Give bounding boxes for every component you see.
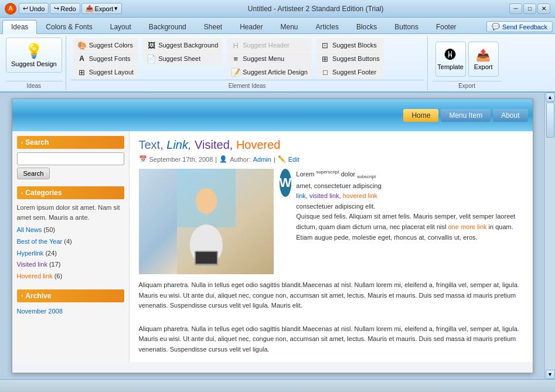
undo-button[interactable]: ↩ Undo xyxy=(19,3,49,14)
post-paragraph-3: Aliquam pharetra. Nulla in tellus eget o… xyxy=(139,324,523,355)
dropdown-icon: ▾ xyxy=(114,5,118,12)
app-icon: A xyxy=(5,3,16,15)
edit-icon: ✏️ xyxy=(278,155,286,163)
preview-wrapper: Home Menu Item About Search Search xyxy=(0,93,544,379)
link-hyperlink[interactable]: Hyperlink (24) xyxy=(17,248,124,260)
suggest-menu-button[interactable]: ≡ Suggest Menu xyxy=(227,52,312,65)
export-buttons: 🅦 Template 📤 Export xyxy=(435,38,499,81)
maximize-button[interactable]: □ xyxy=(523,4,536,14)
suggest-layout-button[interactable]: ⊞ Suggest Layout xyxy=(73,66,138,79)
feedback-icon: 💬 xyxy=(492,23,500,30)
suggest-article-button[interactable]: 📝 Suggest Article Design xyxy=(227,66,312,79)
blog-body: Search Search Categories Lorem ipsum dol… xyxy=(12,131,533,362)
suggest-fonts-icon: A xyxy=(77,54,87,63)
title-visited: Visited, xyxy=(195,138,236,151)
suggest-sheet-button[interactable]: 📄 Suggest Sheet xyxy=(142,52,222,65)
template-button[interactable]: 🅦 Template xyxy=(435,42,466,77)
search-input[interactable] xyxy=(17,152,124,165)
suggest-design-label: Suggest Design xyxy=(11,60,57,67)
link-visited[interactable]: Visited link (17) xyxy=(17,259,124,271)
ribbon-group-element-ideas: 🎨 Suggest Colors A Suggest Fonts ⊞ Sugge… xyxy=(67,36,428,90)
edit-link[interactable]: Edit xyxy=(288,156,299,163)
archive-widget-title: Archive xyxy=(17,289,124,302)
calendar-icon: 📅 xyxy=(139,155,147,163)
export-big-label: Export xyxy=(474,63,493,70)
search-button[interactable]: Search xyxy=(17,168,50,179)
suggest-header-button[interactable]: H Suggest Header xyxy=(227,39,312,52)
suggest-footer-button[interactable]: □ Suggest Footer xyxy=(316,66,384,79)
tab-blocks[interactable]: Blocks xyxy=(348,19,386,33)
tab-articles[interactable]: Articles xyxy=(307,19,348,33)
template-label: Template xyxy=(437,63,464,70)
export-button[interactable]: 📤 Export ▾ xyxy=(81,3,122,14)
body-visited-link[interactable]: visited link, xyxy=(309,192,341,199)
suggest-blocks-label: Suggest Blocks xyxy=(332,42,377,49)
suggest-blocks-icon: ⊡ xyxy=(321,40,330,50)
blog-sidebar: Search Search Categories Lorem ipsum dol… xyxy=(12,131,130,362)
suggest-fonts-button[interactable]: A Suggest Fonts xyxy=(73,52,138,65)
ribbon-group-ideas: 💡 Suggest Design Ideas xyxy=(2,36,66,90)
post-date: September 17th, 2008 xyxy=(149,156,213,163)
window-title: Untitled - Artisteer 2 Standard Edition … xyxy=(248,5,384,13)
titlebar-buttons: ↩ Undo ↪ Redo 📤 Export ▾ xyxy=(19,3,122,14)
nav-about-button[interactable]: About xyxy=(493,109,527,122)
export-big-icon: 📤 xyxy=(476,48,491,62)
body-link[interactable]: link, xyxy=(296,192,308,199)
tab-background[interactable]: Background xyxy=(140,19,195,33)
window-buttons: ─ □ ✕ xyxy=(509,4,550,14)
blog-main: Text, Link, Visited, Hovered 📅 September… xyxy=(130,131,533,362)
redo-button[interactable]: ↪ Redo xyxy=(50,3,80,14)
author-label: Author: xyxy=(230,156,250,163)
scrollbar-thumb[interactable] xyxy=(546,103,554,138)
ribbon-tabs: Ideas Colors & Fonts Layout Background S… xyxy=(0,18,555,34)
export-big-button[interactable]: 📤 Export xyxy=(468,42,499,77)
tab-ideas[interactable]: Ideas xyxy=(2,20,37,34)
suggest-footer-label: Suggest Footer xyxy=(332,69,376,76)
suggest-menu-icon: ≡ xyxy=(231,54,240,63)
tab-colors-fonts[interactable]: Colors & Fonts xyxy=(37,19,101,33)
one-more-link[interactable]: one more link xyxy=(448,223,487,230)
suggest-background-button[interactable]: 🖼 Suggest Background xyxy=(142,39,222,52)
ideas-group-label: Ideas xyxy=(6,81,62,89)
link-all-news[interactable]: All News (50) xyxy=(17,224,124,236)
superscript-text: superscript xyxy=(316,169,339,175)
archive-november[interactable]: November 2008 xyxy=(17,306,124,318)
blog-header: Home Menu Item About xyxy=(12,99,533,131)
tab-footer[interactable]: Footer xyxy=(427,19,465,33)
nav-menuitem-button[interactable]: Menu Item xyxy=(441,109,491,122)
link-hovered[interactable]: Hovered link (6) xyxy=(17,271,124,282)
tab-layout[interactable]: Layout xyxy=(101,19,140,33)
link-best-of-year[interactable]: Best of the Year (4) xyxy=(17,236,124,248)
suggest-buttons-button[interactable]: ⊞ Suggest Buttons xyxy=(316,52,384,65)
undo-icon: ↩ xyxy=(23,5,28,12)
tab-menu[interactable]: Menu xyxy=(272,19,307,33)
tab-sheet[interactable]: Sheet xyxy=(195,19,231,33)
person-silhouette xyxy=(139,169,274,274)
minimize-button[interactable]: ─ xyxy=(509,4,522,14)
suggest-design-button[interactable]: 💡 Suggest Design xyxy=(6,38,62,73)
scroll-down-button[interactable]: ▼ xyxy=(546,370,555,379)
tab-header[interactable]: Header xyxy=(231,19,271,33)
send-feedback-button[interactable]: 💬 Send Feedback xyxy=(486,21,553,32)
body-hovered-link[interactable]: hovered link xyxy=(343,192,377,199)
search-widget: Search Search xyxy=(17,136,124,179)
categories-text: Lorem ipsum dolor sit amet. Nam sit amet… xyxy=(17,203,124,222)
suggest-header-label: Suggest Header xyxy=(243,42,290,49)
nav-home-button[interactable]: Home xyxy=(403,109,438,122)
scrollbar-track[interactable] xyxy=(546,102,555,370)
suggest-footer-icon: □ xyxy=(321,67,330,77)
export-icon: 📤 xyxy=(86,5,94,12)
author-link[interactable]: Admin xyxy=(253,156,271,163)
scroll-up-button[interactable]: ▲ xyxy=(546,93,555,102)
suggest-blocks-button[interactable]: ⊡ Suggest Blocks xyxy=(316,39,384,52)
suggest-menu-label: Suggest Menu xyxy=(243,55,284,62)
suggest-colors-button[interactable]: 🎨 Suggest Colors xyxy=(73,39,138,52)
tab-buttons[interactable]: Buttons xyxy=(386,19,427,33)
close-button[interactable]: ✕ xyxy=(537,4,550,14)
preview-frame: Home Menu Item About Search Search xyxy=(12,98,533,373)
post-paragraph-2: Aliquam pharetra. Nulla in tellus eget o… xyxy=(139,280,523,311)
ribbon-panel: 💡 Suggest Design Ideas 🎨 Suggest Colors … xyxy=(0,34,555,93)
search-widget-title: Search xyxy=(17,136,124,149)
export-group-label: Export xyxy=(433,81,502,89)
author-icon: 👤 xyxy=(219,155,227,163)
